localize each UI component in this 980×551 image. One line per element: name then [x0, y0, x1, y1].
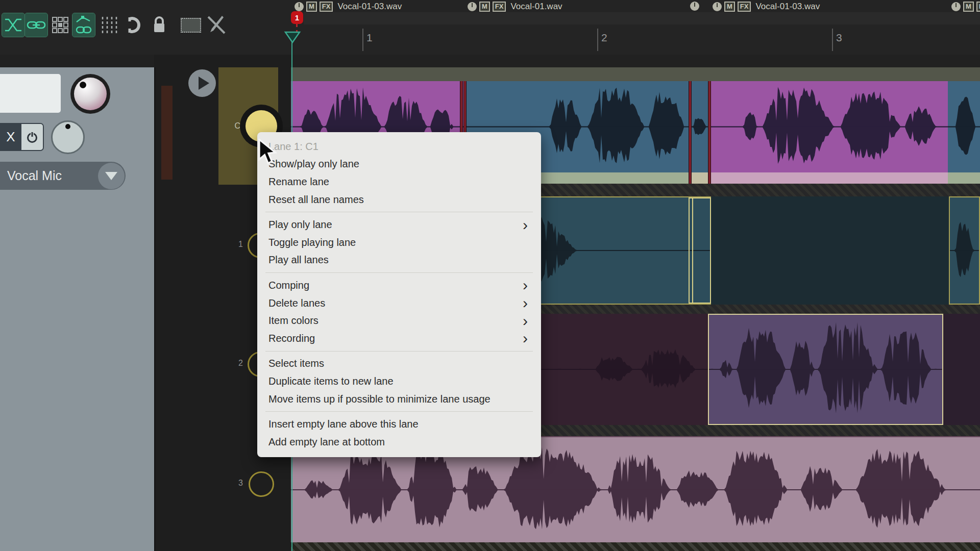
splice-marker [689, 81, 692, 184]
menu-item-duplicate-items-to-new-lane[interactable]: Duplicate items to new lane [257, 372, 541, 390]
clip-header[interactable]: M FX Vocal-01.wav [468, 2, 562, 12]
menu-separator [265, 351, 533, 352]
daw-window: 1 2 3 1 C1 1 2 3 M FX Vocal-01-03.wav M … [0, 0, 980, 551]
envelope-link-icon[interactable] [72, 13, 95, 37]
submenu-arrow-icon: › [523, 316, 528, 326]
fx-bypass-group: X [0, 123, 44, 151]
menu-separator [265, 272, 533, 273]
item-group-link-icon[interactable] [25, 13, 47, 37]
project-marker[interactable]: 1 [291, 11, 303, 24]
mute-badge[interactable]: M [306, 2, 317, 12]
lane-number: 2 [228, 359, 243, 368]
ruler-tick [362, 29, 363, 51]
clip-name: Vocal-01-03.wav [755, 2, 820, 12]
comp-area-strip [689, 172, 710, 184]
audio-clip[interactable] [708, 314, 943, 425]
bottom-scroll-strip[interactable] [291, 542, 980, 551]
playhead-cursor[interactable] [284, 31, 301, 44]
audio-clip-tail[interactable] [943, 314, 980, 425]
fx-badge[interactable]: FX [493, 2, 506, 12]
comp-area-strip [948, 172, 980, 184]
fx-badge[interactable]: FX [320, 2, 333, 12]
volume-knob-pointer [80, 82, 86, 88]
ripple-edit-icon[interactable] [98, 13, 120, 37]
play-button[interactable] [188, 69, 216, 97]
audio-clip-sliver[interactable] [689, 81, 710, 172]
lock-icon[interactable] [148, 13, 170, 37]
pan-knob-pointer [65, 124, 70, 129]
menu-item-toggle-playing-lane[interactable]: Toggle playing lane [257, 234, 541, 252]
item-lock-icon[interactable] [468, 2, 477, 11]
menu-title: Lane 1: C1 [257, 138, 541, 156]
chevron-down-icon [105, 172, 117, 180]
splice-marker [708, 81, 711, 184]
menu-item-delete-lanes[interactable]: Delete lanes› [257, 294, 541, 312]
clip-header-band [291, 67, 980, 81]
mute-badge[interactable]: M [479, 2, 490, 12]
power-button[interactable] [21, 124, 43, 150]
crossfade-icon[interactable] [2, 13, 24, 37]
track-input-dropdown[interactable]: Vocal Mic [0, 162, 126, 190]
lane-number: 3 [228, 479, 243, 488]
item-lock-icon[interactable] [951, 2, 961, 11]
ruler-tick [832, 29, 833, 51]
fx-badge[interactable]: FX [976, 2, 980, 12]
menu-item-play-only-lane[interactable]: Play only lane› [257, 216, 541, 234]
submenu-arrow-icon: › [523, 220, 528, 230]
submenu-arrow-icon: › [523, 280, 528, 290]
menu-item-item-colors[interactable]: Item colors› [257, 312, 541, 330]
comp-area-strip [710, 172, 948, 184]
ruler-number[interactable]: 2 [601, 32, 607, 44]
menu-item-insert-empty-lane-above[interactable]: Insert empty lane above this lane [257, 415, 541, 433]
item-lock-icon[interactable] [690, 2, 699, 11]
clip-name: Vocal-01-03.wav [337, 2, 402, 12]
menu-item-show-play-only-lane[interactable]: Show/play only lane [257, 156, 541, 173]
menu-item-recording[interactable]: Recording› [257, 330, 541, 347]
lane-number: 1 [228, 240, 243, 249]
audio-clip[interactable] [948, 81, 980, 172]
clip-name: Vocal-01.wav [510, 2, 562, 12]
menu-separator [265, 411, 533, 412]
remove-button[interactable]: X [0, 124, 21, 150]
audio-clip[interactable] [949, 196, 980, 305]
comp-selection-line [692, 197, 693, 304]
no-draw-pencil-icon[interactable] [205, 13, 228, 37]
menu-item-play-all-lanes[interactable]: Play all lanes [257, 252, 541, 269]
item-lock-icon[interactable] [295, 2, 304, 11]
clip-header[interactable]: M FX Vocal-01-03.wav [295, 2, 402, 12]
menu-item-move-items-up[interactable]: Move items up if possible to minimize la… [257, 390, 541, 408]
lane-context-menu: Lane 1: C1 Show/play only lane Rename la… [257, 132, 541, 457]
ruler-tick [597, 29, 598, 51]
menu-item-reset-all-lane-names[interactable]: Reset all lane names [257, 191, 541, 209]
menu-separator [265, 212, 533, 212]
grid-icon[interactable] [49, 13, 71, 37]
dropdown-circle [98, 163, 125, 189]
track-name-field[interactable] [0, 74, 61, 113]
menu-item-add-empty-lane-at-bottom[interactable]: Add empty lane at bottom [257, 433, 541, 451]
menu-item-rename-lane[interactable]: Rename lane [257, 173, 541, 191]
fx-badge[interactable]: FX [738, 2, 751, 12]
menu-item-select-items[interactable]: Select items [257, 355, 541, 373]
audio-clip[interactable] [710, 81, 948, 172]
clip-header[interactable] [690, 2, 699, 11]
play-icon [199, 77, 209, 90]
power-icon [26, 131, 39, 144]
clip-header[interactable]: M FX [951, 2, 980, 12]
volume-knob[interactable] [74, 78, 107, 110]
submenu-arrow-icon: › [523, 298, 528, 308]
marker-lane[interactable] [304, 12, 980, 24]
clip-header[interactable]: M FX Vocal-01-03.wav [713, 2, 820, 12]
ruler-number[interactable]: 3 [836, 32, 842, 44]
item-lock-icon[interactable] [713, 2, 722, 11]
menu-item-comping[interactable]: Comping› [257, 277, 541, 294]
lane-button-3[interactable] [249, 471, 274, 497]
mute-badge[interactable]: M [963, 2, 974, 12]
ruler-number[interactable]: 1 [366, 32, 373, 44]
mouse-cursor [258, 139, 282, 166]
mute-badge[interactable]: M [724, 2, 735, 12]
snap-magnet-icon[interactable] [122, 13, 145, 37]
submenu-arrow-icon: › [523, 333, 528, 343]
track-input-label: Vocal Mic [7, 168, 98, 183]
track-edge-strip [161, 86, 173, 180]
marquee-select-icon[interactable] [180, 13, 202, 37]
